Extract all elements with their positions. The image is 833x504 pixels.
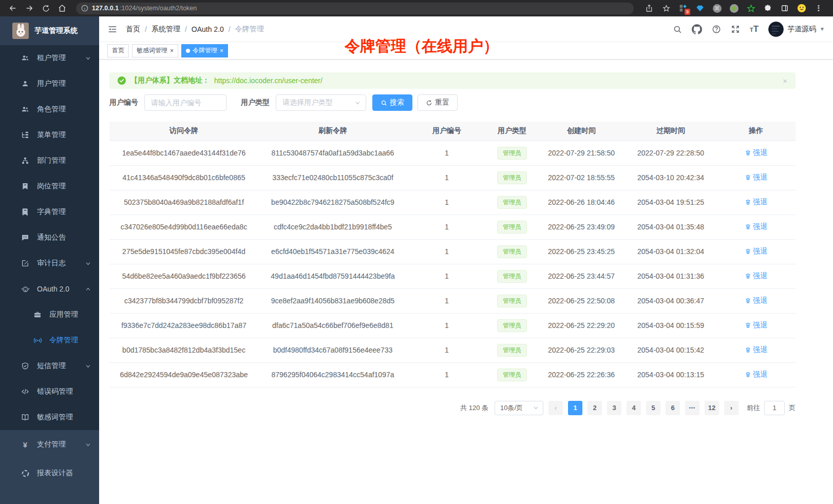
close-icon[interactable]: × bbox=[220, 48, 223, 54]
force-logout-button[interactable]: 强退 bbox=[745, 247, 767, 256]
share-icon[interactable] bbox=[644, 3, 654, 13]
oauth-icon bbox=[21, 285, 30, 294]
breadcrumb-item[interactable]: 系统管理 bbox=[152, 25, 180, 34]
browser-reload-icon[interactable] bbox=[39, 2, 52, 15]
github-icon[interactable] bbox=[692, 24, 702, 34]
font-size-icon[interactable]: TT bbox=[750, 24, 759, 34]
emoji-icon[interactable] bbox=[797, 3, 807, 13]
sidebar-menu-root: ¥支付管理报表设计器 bbox=[0, 430, 99, 504]
column-header: 用户编号 bbox=[407, 122, 486, 141]
sidebar-item-tenant[interactable]: 租户管理 bbox=[0, 45, 99, 71]
chevron-down-icon bbox=[85, 261, 91, 266]
sidebar-item-menu[interactable]: 菜单管理 bbox=[0, 122, 99, 148]
browser-home-icon[interactable] bbox=[55, 2, 69, 15]
force-logout-label: 强退 bbox=[753, 148, 767, 158]
site-info-icon[interactable] bbox=[81, 5, 88, 12]
url-path: :1024/system/oauth2/token bbox=[120, 5, 197, 12]
force-logout-label: 强退 bbox=[753, 345, 767, 355]
created-time-cell: 2022-06-25 22:50:08 bbox=[538, 288, 625, 313]
page-button-1[interactable]: 1 bbox=[568, 401, 582, 415]
sidebar-fold-icon[interactable] bbox=[107, 24, 118, 34]
next-page-button[interactable]: › bbox=[724, 401, 739, 415]
user-id-input[interactable] bbox=[144, 94, 226, 111]
sidebar-item-sensitive-word[interactable]: 敏感词管理 bbox=[0, 404, 99, 430]
sidebar-item-user[interactable]: 用户管理 bbox=[0, 71, 99, 96]
alert-close-icon[interactable]: × bbox=[783, 76, 787, 85]
sidebar-item-error-code[interactable]: 错误码管理 bbox=[0, 379, 99, 404]
user-type-tag: 管理员 bbox=[497, 196, 527, 209]
sidebar-item-oauth2[interactable]: OAuth 2.0 bbox=[0, 276, 99, 302]
sidebar-item-dict[interactable]: 字典管理 bbox=[0, 199, 99, 225]
page-button-3[interactable]: 3 bbox=[607, 401, 621, 415]
operation-cell: 强退 bbox=[716, 362, 796, 387]
created-time-cell: 2022-07-02 18:55:55 bbox=[538, 165, 625, 190]
user-type-select[interactable]: 请选择用户类型 bbox=[276, 94, 366, 111]
goto-page-input[interactable] bbox=[764, 401, 785, 415]
sidebar-item-sms[interactable]: 短信管理 bbox=[0, 353, 99, 379]
green-star-icon[interactable] bbox=[746, 3, 756, 13]
sidebar-item-post[interactable]: 岗位管理 bbox=[0, 173, 99, 199]
username: 芋道源码 bbox=[787, 25, 816, 34]
fullscreen-icon[interactable] bbox=[731, 25, 740, 34]
gem-icon[interactable] bbox=[695, 3, 705, 13]
browser-back-icon[interactable] bbox=[6, 2, 20, 15]
address-bar[interactable]: 127.0.0.1 :1024/system/oauth2/token bbox=[76, 3, 634, 14]
force-logout-button[interactable]: 强退 bbox=[745, 148, 767, 158]
refresh-token-cell: dfa6c71a50a54c66bef706ef9e6e8d81 bbox=[258, 313, 407, 338]
sidebar-item-oauth2-app[interactable]: 应用管理 bbox=[0, 302, 99, 327]
created-time-cell: 2022-06-25 23:45:25 bbox=[538, 239, 625, 264]
reset-button[interactable]: 重置 bbox=[418, 94, 458, 111]
close-icon[interactable]: × bbox=[170, 48, 174, 54]
search-icon[interactable] bbox=[673, 25, 682, 34]
sidebar-item-label: 角色管理 bbox=[37, 105, 66, 114]
reader-window-icon[interactable] bbox=[780, 3, 790, 13]
sidebar-item-pay[interactable]: ¥支付管理 bbox=[0, 430, 99, 459]
tab-敏感词管理[interactable]: 敏感词管理× bbox=[132, 44, 178, 57]
page-button-6[interactable]: 6 bbox=[666, 401, 680, 415]
org-icon bbox=[21, 157, 30, 165]
pager: ‹123456•••12› bbox=[548, 401, 739, 415]
sidebar-item-notice[interactable]: 通知公告 bbox=[0, 225, 99, 250]
force-logout-button[interactable]: 强退 bbox=[745, 198, 767, 207]
sidebar-logo[interactable]: 芋道管理系统 bbox=[0, 16, 99, 45]
puzzle-icon[interactable] bbox=[763, 3, 773, 13]
force-logout-button[interactable]: 强退 bbox=[745, 222, 767, 231]
page-button-5[interactable]: 5 bbox=[646, 401, 660, 415]
breadcrumb-item[interactable]: OAuth 2.0 bbox=[192, 25, 224, 33]
access-token-cell: c347026e805e4d99b0d116eae66eda8c bbox=[109, 215, 258, 239]
overflow-menu-icon[interactable]: ⋮ bbox=[813, 3, 824, 13]
expire-time-cell: 2054-03-04 00:36:47 bbox=[625, 288, 716, 313]
force-logout-button[interactable]: 强退 bbox=[745, 272, 767, 281]
user-menu[interactable]: 芋道源码 ▼ bbox=[768, 22, 825, 37]
tab-首页[interactable]: 首页 bbox=[107, 44, 129, 57]
extensions-grid-icon[interactable]: 9 bbox=[678, 3, 688, 13]
sidebar-item-role[interactable]: 角色管理 bbox=[0, 96, 99, 122]
force-logout-button[interactable]: 强退 bbox=[745, 173, 767, 182]
command-circle-icon[interactable]: ⌘ bbox=[712, 3, 722, 13]
force-logout-button[interactable]: 强退 bbox=[745, 345, 767, 355]
search-button[interactable]: 搜索 bbox=[372, 94, 412, 111]
table-row: 1ea5e44f8bc1467aaede43144f31de76811c5304… bbox=[109, 141, 796, 165]
sidebar-item-dept[interactable]: 部门管理 bbox=[0, 148, 99, 173]
page-button-12[interactable]: 12 bbox=[705, 401, 719, 415]
force-logout-button[interactable]: 强退 bbox=[745, 321, 767, 330]
page-button-2[interactable]: 2 bbox=[588, 401, 602, 415]
sidebar-item-report-designer[interactable]: 报表设计器 bbox=[0, 459, 99, 488]
page-unit-label: 页 bbox=[789, 403, 796, 413]
sidebar-item-label: 报表设计器 bbox=[37, 469, 73, 478]
tab-令牌管理[interactable]: 令牌管理× bbox=[181, 44, 228, 57]
force-logout-button[interactable]: 强退 bbox=[745, 370, 767, 379]
force-logout-button[interactable]: 强退 bbox=[745, 296, 767, 305]
sidebar-item-audit-log[interactable]: 审计日志 bbox=[0, 250, 99, 276]
alert-doc-link[interactable]: https://doc.iocoder.cn/user-center/ bbox=[214, 76, 323, 85]
browser-forward-icon[interactable] bbox=[23, 2, 36, 15]
pager-ellipsis[interactable]: ••• bbox=[685, 401, 699, 415]
user-type-placeholder: 请选择用户类型 bbox=[282, 98, 333, 107]
page-size-select[interactable]: 10条/页 bbox=[495, 401, 543, 415]
breadcrumb-item[interactable]: 首页 bbox=[126, 25, 140, 34]
record-circle-icon[interactable] bbox=[729, 3, 739, 13]
sidebar-item-oauth2-token[interactable]: 令牌管理 bbox=[0, 327, 99, 353]
page-button-4[interactable]: 4 bbox=[627, 401, 641, 415]
question-icon[interactable] bbox=[712, 25, 721, 34]
bookmark-star-icon[interactable] bbox=[661, 3, 671, 13]
